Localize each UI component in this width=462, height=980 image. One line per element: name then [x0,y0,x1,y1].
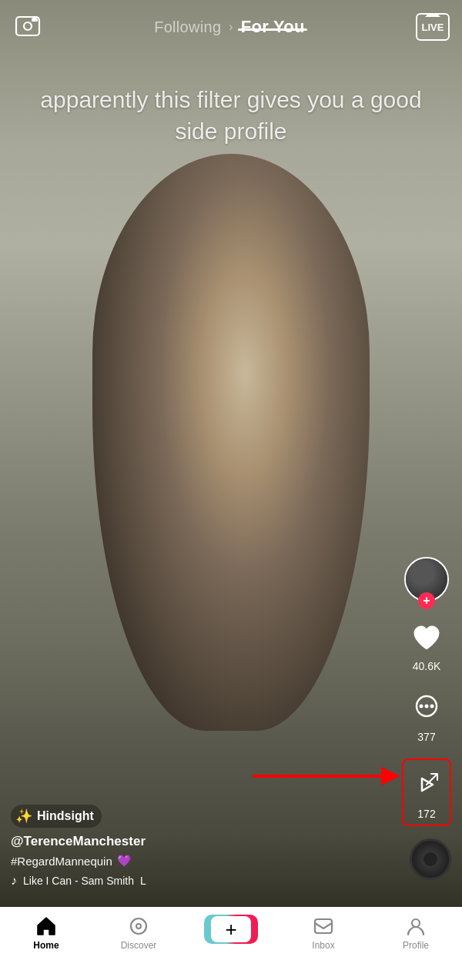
nav-profile[interactable]: Profile [385,915,447,951]
active-indicator [238,28,307,31]
like-icon [407,617,447,657]
effect-badge[interactable]: ✨ Hindsight [11,805,102,828]
album-art [410,838,451,880]
top-navigation: Following › For You LIVE [0,0,462,54]
svg-point-13 [412,919,420,927]
svg-point-11 [136,924,141,928]
discover-icon [127,915,150,938]
effect-name: Hindsight [37,809,94,823]
discover-label: Discover [121,940,157,951]
like-count: 40.6K [413,660,441,672]
music-text: Like I Can - Sam Smith [23,875,134,887]
music-note-icon: ♪ [11,874,17,888]
upload-button[interactable] [12,12,43,42]
create-button[interactable]: + [209,915,253,944]
nav-inbox[interactable]: Inbox [293,915,354,951]
effect-icon: ✨ [15,808,32,825]
svg-point-6 [425,705,429,708]
like-action[interactable]: 40.6K [407,617,447,672]
music-suffix: L [140,875,146,887]
inbox-icon [312,915,335,938]
hashtag-line[interactable]: #RegardMannequin 💜 [11,854,400,868]
music-info[interactable]: ♪ Like I Can - Sam Smith L [11,874,400,888]
comment-icon [407,688,447,728]
nav-discover[interactable]: Discover [108,915,169,951]
plus-icon: + [211,916,251,942]
creator-info: ✨ Hindsight @TerenceManchester #RegardMa… [11,805,400,888]
follow-button[interactable]: + [418,592,435,609]
home-label: Home [33,940,59,951]
inbox-label: Inbox [312,940,334,951]
nav-create[interactable]: + [200,915,262,944]
share-icon [407,765,447,805]
nav-tabs: Following › For You [154,17,305,37]
action-sidebar: + 40.6K 377 [402,557,451,826]
creator-username[interactable]: @TerenceManchester [11,834,400,849]
svg-point-1 [24,22,32,30]
svg-point-7 [430,705,434,708]
home-icon [35,915,58,938]
following-tab[interactable]: Following [154,18,221,36]
share-count: 172 [417,808,435,820]
profile-icon [404,915,427,938]
bottom-navigation: Home Discover + Inbox [0,907,462,980]
share-action[interactable]: 172 [402,758,451,826]
annotation-arrow [246,761,400,792]
svg-rect-3 [32,18,37,19]
comment-action[interactable]: 377 [407,688,447,743]
svg-rect-12 [315,919,332,933]
nav-home[interactable]: Home [15,915,77,951]
comment-count: 377 [417,731,435,743]
svg-point-5 [420,705,424,708]
nav-divider: › [229,20,233,34]
foryou-tab[interactable]: For You [241,17,305,36]
svg-marker-9 [381,767,400,785]
svg-point-10 [131,918,146,934]
profile-label: Profile [403,940,429,951]
creator-avatar[interactable]: + [404,557,449,602]
live-button[interactable]: LIVE [416,13,450,41]
video-caption: apparently this filter gives you a good … [0,85,462,147]
